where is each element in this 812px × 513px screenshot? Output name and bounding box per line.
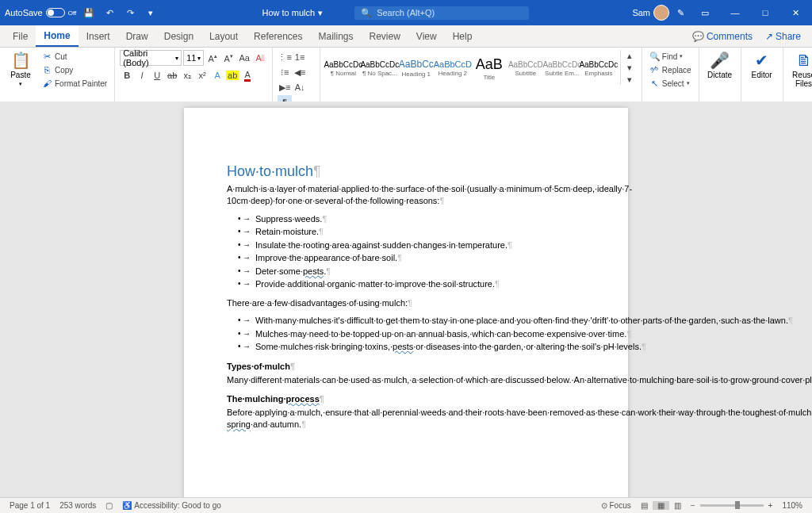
web-layout-button[interactable]: ▥ xyxy=(669,501,686,510)
style-item[interactable]: AaBbCcDcSubtle Em... xyxy=(544,50,580,86)
heading-2[interactable]: The·mulching·process¶ xyxy=(227,394,585,404)
styles-gallery[interactable]: AaBbCcDc¶ NormalAaBbCcDc¶ No Spac...AaBb… xyxy=(325,50,617,86)
bullets-button[interactable]: ⋮≡ xyxy=(278,50,292,64)
save-button[interactable]: 💾 xyxy=(81,5,97,21)
select-button[interactable]: ↖Select▾ xyxy=(647,77,694,90)
zoom-out-button[interactable]: − xyxy=(686,501,700,510)
style-item[interactable]: AaBTitle xyxy=(471,50,508,86)
list-item[interactable]: Mulches·may·need·to·be·topped·up·on·an·a… xyxy=(243,327,585,341)
ribbon-options-button[interactable]: ▭ xyxy=(691,0,718,25)
change-case-button[interactable]: Aa xyxy=(237,51,251,65)
word-count[interactable]: 253 words xyxy=(55,501,101,510)
styles-scroll-down[interactable]: ▾ xyxy=(622,62,637,73)
numbering-button[interactable]: 1≡ xyxy=(293,50,307,64)
list-item[interactable]: Insulate·the·rooting·area·against·sudden… xyxy=(243,239,585,252)
tab-insert[interactable]: Insert xyxy=(79,25,118,47)
highlight-button[interactable]: ab xyxy=(225,68,239,82)
style-item[interactable]: AaBbCcDc¶ No Spac... xyxy=(362,50,398,86)
undo-button[interactable]: ↶ xyxy=(102,5,117,21)
paragraph[interactable]: There·are·a·few·disadvantages·of·using·m… xyxy=(227,297,585,309)
find-button[interactable]: 🔍Find▾ xyxy=(647,50,694,63)
reuse-files-button[interactable]: 🗎Reuse Files xyxy=(788,50,812,90)
tab-design[interactable]: Design xyxy=(156,25,201,47)
shrink-font-button[interactable]: A▾ xyxy=(221,51,236,65)
superscript-button[interactable]: x² xyxy=(195,68,209,82)
format-painter-button[interactable]: 🖌Format Painter xyxy=(40,77,109,90)
font-name-select[interactable]: Calibri (Body)▾ xyxy=(120,50,182,66)
pen-mode-button[interactable]: ✎ xyxy=(672,5,688,21)
copy-button[interactable]: ⎘Copy xyxy=(40,63,109,76)
read-mode-button[interactable]: ▤ xyxy=(636,501,653,510)
font-color-button[interactable]: A xyxy=(240,68,255,82)
cut-button[interactable]: ✂Cut xyxy=(40,50,109,63)
style-item[interactable]: AaBbCcDc¶ Normal xyxy=(325,50,362,86)
share-button[interactable]: ↗Share xyxy=(759,31,807,42)
tab-view[interactable]: View xyxy=(408,25,445,47)
text-effects-button[interactable]: A xyxy=(210,68,224,82)
styles-scroll-up[interactable]: ▴ xyxy=(622,50,637,61)
comments-button[interactable]: 💬Comments xyxy=(686,31,759,42)
list-item[interactable]: Deter·some·pests.¶ xyxy=(243,265,585,278)
doc-title[interactable]: How to mulch ▾ xyxy=(262,8,323,18)
italic-button[interactable]: I xyxy=(135,68,149,82)
account-button[interactable]: Sam xyxy=(632,5,669,21)
list-item[interactable]: Improve·the·appearance·of·bare·soil.¶ xyxy=(243,251,585,265)
multilevel-button[interactable]: ⁝≡ xyxy=(278,65,292,79)
paragraph[interactable]: Many·different·materials·can·be·used·as·… xyxy=(227,374,585,386)
minimize-button[interactable]: — xyxy=(722,0,749,25)
zoom-level[interactable]: 110% xyxy=(777,501,807,510)
grow-font-button[interactable]: A▴ xyxy=(205,51,220,65)
tab-review[interactable]: Review xyxy=(362,25,408,47)
qat-customize[interactable]: ▾ xyxy=(143,5,159,21)
list-item[interactable]: Suppress·weeds.¶ xyxy=(243,212,585,226)
increase-indent-button[interactable]: ▶≡ xyxy=(278,80,292,94)
style-item[interactable]: AaBbCcHeading 1 xyxy=(398,50,435,86)
tab-layout[interactable]: Layout xyxy=(201,25,246,47)
replace-button[interactable]: ᵃ⁄ᵇReplace xyxy=(647,63,694,76)
style-item[interactable]: AaBbCcDSubtitle xyxy=(508,50,544,86)
spell-check[interactable]: ▢ xyxy=(101,501,117,510)
sort-button[interactable]: A↓ xyxy=(293,80,307,94)
bold-button[interactable]: B xyxy=(120,68,134,82)
font-size-select[interactable]: 11▾ xyxy=(183,50,204,66)
list-item[interactable]: Provide·additional·organic·matter·to·imp… xyxy=(243,278,585,291)
page-count[interactable]: Page 1 of 1 xyxy=(5,501,55,510)
bullet-list[interactable]: Suppress·weeds.¶Retain·moisture.¶Insulat… xyxy=(243,212,585,291)
tab-home[interactable]: Home xyxy=(36,25,78,47)
tab-references[interactable]: References xyxy=(246,25,310,47)
paste-button[interactable]: 📋Paste▾ xyxy=(5,50,36,89)
dictate-button[interactable]: 🎤Dictate xyxy=(704,50,736,81)
document-area[interactable]: How·to·mulch¶ A·mulch·is·a·layer·of·mate… xyxy=(0,101,812,497)
page[interactable]: How·to·mulch¶ A·mulch·is·a·layer·of·mate… xyxy=(184,108,628,497)
redo-button[interactable]: ↷ xyxy=(122,5,138,21)
search-input[interactable]: 🔍 Search (Alt+Q) xyxy=(354,6,529,20)
heading-1[interactable]: How·to·mulch¶ xyxy=(227,163,585,180)
subscript-button[interactable]: x₂ xyxy=(180,68,194,82)
tab-draw[interactable]: Draw xyxy=(118,25,156,47)
style-item[interactable]: AaBbCcDHeading 2 xyxy=(435,50,471,86)
zoom-in-button[interactable]: + xyxy=(764,501,778,510)
underline-button[interactable]: U xyxy=(150,68,164,82)
list-item[interactable]: With·many·mulches·it's·difficult·to·get·… xyxy=(243,314,585,327)
tab-mailings[interactable]: Mailings xyxy=(310,25,361,47)
list-item[interactable]: Retain·moisture.¶ xyxy=(243,225,585,239)
heading-2[interactable]: Types·of·mulch¶ xyxy=(227,362,585,371)
accessibility-status[interactable]: ♿Accessibility: Good to go xyxy=(117,501,226,510)
print-layout-button[interactable]: ▦ xyxy=(653,501,669,510)
bullet-list[interactable]: With·many·mulches·it's·difficult·to·get·… xyxy=(243,314,585,354)
list-item[interactable]: Some·mulches·risk·bringing·toxins,·pests… xyxy=(243,340,585,354)
autosave-toggle[interactable]: AutoSave Off xyxy=(5,8,76,17)
tab-file[interactable]: File xyxy=(5,25,36,47)
paragraph[interactable]: A·mulch·is·a·layer·of·material·applied·t… xyxy=(227,183,585,208)
paragraph[interactable]: Before·applying·a·mulch,·ensure·that·all… xyxy=(227,407,585,431)
close-button[interactable]: ✕ xyxy=(782,0,809,25)
style-item[interactable]: AaBbCcDcEmphasis xyxy=(580,50,617,86)
focus-mode[interactable]: ⊙Focus xyxy=(596,501,636,510)
clear-format-button[interactable]: A⃠ xyxy=(253,51,267,65)
decrease-indent-button[interactable]: ◀≡ xyxy=(293,65,307,79)
strike-button[interactable]: ab xyxy=(165,68,179,82)
tab-help[interactable]: Help xyxy=(445,25,481,47)
maximize-button[interactable]: □ xyxy=(752,0,779,25)
styles-more[interactable]: ▾ xyxy=(622,74,637,85)
zoom-slider[interactable] xyxy=(700,504,764,507)
